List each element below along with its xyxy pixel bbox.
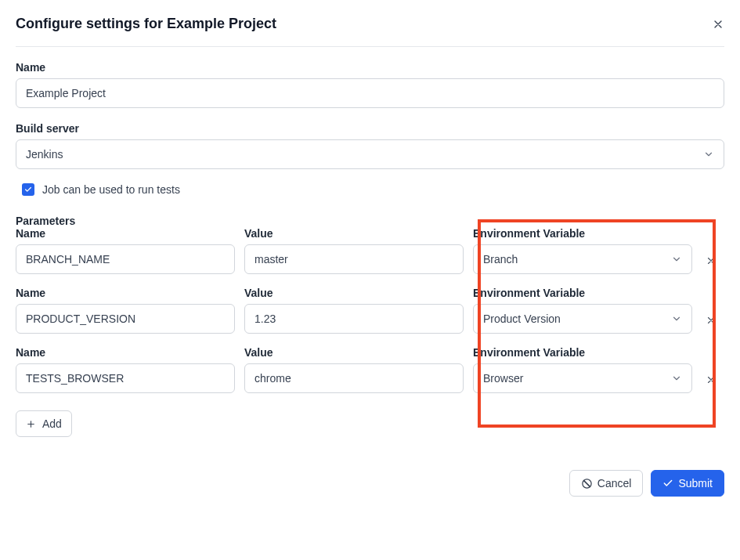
build-server-field: Build server Jenkins: [16, 122, 724, 169]
run-tests-row: Job can be used to run tests: [16, 183, 724, 196]
run-tests-checkbox[interactable]: [22, 183, 34, 196]
parameters-label: Parameters: [16, 215, 724, 227]
param-value-label: Value: [244, 227, 464, 240]
add-parameter-button[interactable]: Add: [16, 410, 72, 437]
param-value-input[interactable]: [244, 244, 464, 274]
param-row: Name Value Environment Variable Branch: [16, 227, 724, 274]
param-delete-button[interactable]: [702, 255, 720, 274]
param-name-input[interactable]: [16, 304, 235, 334]
close-icon: [706, 374, 717, 385]
cancel-button[interactable]: Cancel: [569, 470, 644, 497]
param-env-value: Product Version: [483, 313, 561, 325]
param-value-label: Value: [244, 287, 464, 299]
check-icon: [662, 478, 673, 489]
param-name-input[interactable]: [16, 363, 235, 393]
param-env-value: Browser: [483, 372, 523, 385]
param-env-label: Environment Variable: [473, 287, 692, 299]
param-value-input[interactable]: [244, 363, 464, 393]
param-env-select[interactable]: Browser: [473, 363, 692, 393]
dialog-footer: Cancel Submit: [16, 470, 724, 497]
name-label: Name: [16, 61, 724, 74]
close-icon: [712, 18, 724, 31]
param-env-value: Branch: [483, 253, 518, 266]
param-name-label: Name: [16, 287, 235, 299]
chevron-down-icon: [671, 254, 682, 265]
name-field: Name: [16, 61, 724, 108]
check-icon: [24, 186, 32, 193]
name-input[interactable]: [16, 78, 724, 108]
param-row: Name Value Environment Variable Product …: [16, 287, 724, 334]
param-env-select[interactable]: Product Version: [473, 304, 692, 334]
close-icon: [706, 255, 717, 266]
add-label: Add: [42, 417, 62, 430]
run-tests-label: Job can be used to run tests: [42, 183, 180, 196]
param-name-input[interactable]: [16, 244, 235, 274]
param-row: Name Value Environment Variable Browser: [16, 346, 724, 393]
param-value-label: Value: [244, 346, 464, 359]
cancel-icon: [581, 478, 593, 490]
plus-icon: [26, 419, 36, 429]
close-button[interactable]: [712, 18, 724, 31]
chevron-down-icon: [671, 313, 682, 324]
close-icon: [706, 315, 717, 326]
param-value-input[interactable]: [244, 304, 464, 334]
chevron-down-icon: [703, 149, 714, 160]
cancel-label: Cancel: [597, 477, 632, 490]
param-env-select[interactable]: Branch: [473, 244, 692, 274]
submit-label: Submit: [678, 477, 713, 490]
param-delete-button[interactable]: [702, 315, 720, 334]
submit-button[interactable]: Submit: [651, 470, 724, 497]
param-name-label: Name: [16, 227, 235, 240]
build-server-label: Build server: [16, 122, 724, 135]
chevron-down-icon: [671, 373, 682, 384]
dialog-title: Configure settings for Example Project: [16, 16, 276, 32]
parameters-grid: Name Value Environment Variable Branch N…: [16, 227, 724, 393]
param-env-label: Environment Variable: [473, 346, 692, 359]
param-name-label: Name: [16, 346, 235, 359]
build-server-select[interactable]: Jenkins: [16, 139, 724, 169]
param-env-label: Environment Variable: [473, 227, 692, 240]
build-server-value: Jenkins: [26, 148, 63, 161]
param-delete-button[interactable]: [702, 374, 720, 393]
dialog-header: Configure settings for Example Project: [16, 16, 724, 47]
